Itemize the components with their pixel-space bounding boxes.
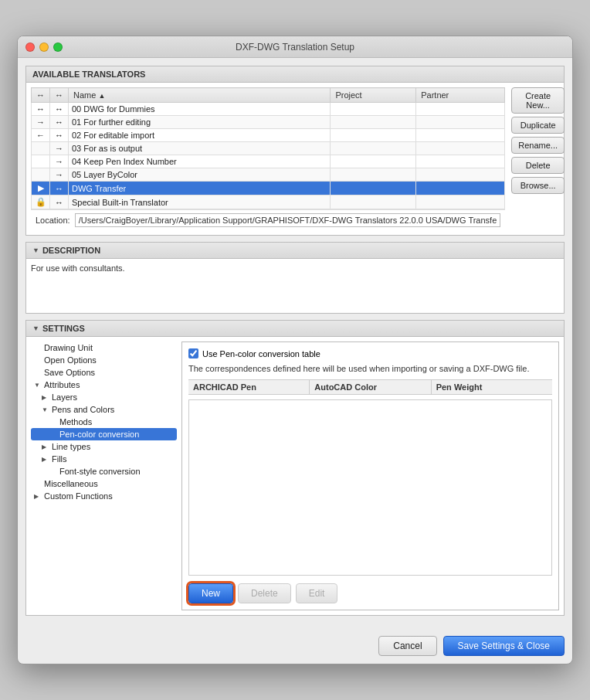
th-autocad-color: AutoCAD Color bbox=[310, 380, 431, 394]
arrow1-cell bbox=[32, 168, 50, 182]
create-new-button[interactable]: Create New... bbox=[511, 87, 565, 114]
tree-tri: ▼ bbox=[42, 406, 49, 413]
cancel-button[interactable]: Cancel bbox=[378, 636, 436, 656]
table-row[interactable]: → 04 Keep Pen Index Number bbox=[32, 155, 505, 168]
col-partner: Partner bbox=[416, 88, 505, 103]
translators-table: ↔ ↔ Name ▲ Project Partner ↔ ↔ 0 bbox=[31, 87, 505, 209]
tree-item-open-options[interactable]: Open Options bbox=[31, 354, 177, 366]
use-pen-color-checkbox[interactable] bbox=[188, 348, 198, 358]
arrow2-cell: ↔ bbox=[50, 195, 69, 209]
window-controls bbox=[25, 42, 63, 52]
close-button[interactable] bbox=[25, 42, 35, 52]
partner-cell bbox=[416, 195, 505, 209]
partner-cell bbox=[416, 116, 505, 129]
location-label: Location: bbox=[36, 216, 70, 225]
maximize-button[interactable] bbox=[53, 42, 63, 52]
edit-button: Edit bbox=[296, 583, 338, 603]
arrow1-cell: ↔ bbox=[32, 103, 50, 116]
settings-area: Drawing Unit Open Options Save Options ▼… bbox=[26, 337, 564, 615]
table-header: ARCHICAD Pen AutoCAD Color Pen Weight bbox=[188, 379, 552, 395]
new-button[interactable]: New bbox=[188, 583, 233, 603]
translator-buttons: Create New... Duplicate Rename... Delete… bbox=[511, 87, 565, 230]
tree-label: Custom Functions bbox=[44, 491, 113, 501]
arrow1-cell: ← bbox=[32, 129, 50, 142]
project-cell bbox=[331, 155, 416, 168]
project-cell bbox=[331, 142, 416, 155]
partner-cell bbox=[416, 129, 505, 142]
tree-item-layers[interactable]: ▶ Layers bbox=[31, 391, 177, 403]
arrow1-cell: → bbox=[32, 116, 50, 129]
project-cell bbox=[331, 195, 416, 209]
tree-item-fills[interactable]: ▶ Fills bbox=[31, 453, 177, 465]
arrow1-cell: ▶ bbox=[32, 182, 50, 195]
tree-item-miscellaneous[interactable]: Miscellaneous bbox=[31, 477, 177, 490]
arrow1-cell bbox=[32, 142, 50, 155]
table-row[interactable]: ← ↔ 02 For editable import bbox=[32, 129, 505, 142]
table-row[interactable]: 🔒 ↔ Special Built-in Translator bbox=[32, 195, 505, 209]
tree-item-line-types[interactable]: ▶ Line types bbox=[31, 440, 177, 453]
tree-label: Methods bbox=[59, 417, 92, 426]
panel-description: The correspondences defined here will be… bbox=[188, 363, 552, 375]
tree-item-font-style[interactable]: Font-style conversion bbox=[31, 465, 177, 477]
tree-item-methods[interactable]: Methods bbox=[31, 416, 177, 428]
tree-label: Font-style conversion bbox=[59, 467, 141, 476]
window-title: DXF-DWG Translation Setup bbox=[236, 42, 354, 53]
description-label: DESCRIPTION bbox=[42, 246, 100, 255]
table-row[interactable]: → 03 For as is output bbox=[32, 142, 505, 155]
browse-button[interactable]: Browse... bbox=[511, 177, 565, 194]
tree-item-save-options[interactable]: Save Options bbox=[31, 366, 177, 379]
project-cell bbox=[331, 103, 416, 116]
available-translators-label: AVAILABLE TRANSLATORS bbox=[32, 70, 145, 79]
project-cell bbox=[331, 168, 416, 182]
lock-cell: 🔒 bbox=[32, 195, 50, 209]
name-cell: 04 Keep Pen Index Number bbox=[69, 155, 331, 168]
delete-button[interactable]: Delete bbox=[511, 157, 565, 174]
tree-item-pens-colors[interactable]: ▼ Pens and Colors bbox=[31, 403, 177, 416]
tree-label: Pen-color conversion bbox=[59, 430, 139, 439]
tree-label: Fills bbox=[52, 454, 67, 464]
project-cell bbox=[331, 182, 416, 195]
footer-buttons: Cancel Save Settings & Close bbox=[18, 630, 572, 664]
th-archicad-pen: ARCHICAD Pen bbox=[188, 380, 310, 394]
tree-tri: ▶ bbox=[42, 456, 49, 463]
table-row[interactable]: → 05 Layer ByColor bbox=[32, 168, 505, 182]
partner-cell bbox=[416, 155, 505, 168]
minimize-button[interactable] bbox=[39, 42, 49, 52]
settings-header[interactable]: ▼ SETTINGS bbox=[26, 321, 564, 337]
duplicate-button[interactable]: Duplicate bbox=[511, 117, 565, 134]
arrow2-cell: ↔ bbox=[50, 182, 69, 195]
name-cell: 03 For as is output bbox=[69, 142, 331, 155]
main-window: DXF-DWG Translation Setup AVAILABLE TRAN… bbox=[17, 36, 573, 664]
main-content: AVAILABLE TRANSLATORS ↔ ↔ Name ▲ Project… bbox=[18, 58, 572, 630]
tree-item-custom-functions[interactable]: ▶ Custom Functions bbox=[31, 490, 177, 502]
settings-section: ▼ SETTINGS Drawing Unit Open Options bbox=[25, 320, 565, 616]
table-row[interactable]: ↔ ↔ 00 DWG for Dummies bbox=[32, 103, 505, 116]
translators-table-wrap: ↔ ↔ Name ▲ Project Partner ↔ ↔ 0 bbox=[31, 87, 505, 230]
tree-label: Drawing Unit bbox=[44, 343, 93, 352]
project-cell bbox=[331, 129, 416, 142]
translators-area: ↔ ↔ Name ▲ Project Partner ↔ ↔ 0 bbox=[26, 83, 564, 235]
name-cell: 00 DWG for Dummies bbox=[69, 103, 331, 116]
use-pen-color-label[interactable]: Use Pen-color conversion table bbox=[202, 349, 320, 358]
description-header[interactable]: ▼ DESCRIPTION bbox=[26, 243, 564, 259]
name-cell: DWG Transfer bbox=[69, 182, 331, 195]
tree-tri: ▼ bbox=[34, 382, 42, 389]
col-arrow1: ↔ bbox=[32, 88, 50, 103]
tree-item-drawing-unit[interactable]: Drawing Unit bbox=[31, 342, 177, 354]
save-settings-button[interactable]: Save Settings & Close bbox=[443, 636, 565, 656]
arrow2-cell: ↔ bbox=[50, 103, 69, 116]
rename-button[interactable]: Rename... bbox=[511, 137, 565, 154]
col-project: Project bbox=[331, 88, 416, 103]
tree-label: Miscellaneous bbox=[44, 479, 98, 488]
table-row[interactable]: ▶ ↔ DWG Transfer bbox=[32, 182, 505, 195]
table-row[interactable]: → ↔ 01 For further editing bbox=[32, 116, 505, 129]
tree-item-attributes[interactable]: ▼ Attributes bbox=[31, 379, 177, 391]
settings-panel: Use Pen-color conversion table The corre… bbox=[181, 342, 559, 610]
tree-label: Save Options bbox=[44, 368, 95, 377]
th-pen-weight: Pen Weight bbox=[432, 380, 552, 394]
tree-item-pen-color-conversion[interactable]: Pen-color conversion bbox=[31, 428, 177, 440]
col-name: Name ▲ bbox=[69, 88, 331, 103]
partner-cell bbox=[416, 182, 505, 195]
partner-cell bbox=[416, 103, 505, 116]
description-triangle: ▼ bbox=[32, 246, 39, 254]
